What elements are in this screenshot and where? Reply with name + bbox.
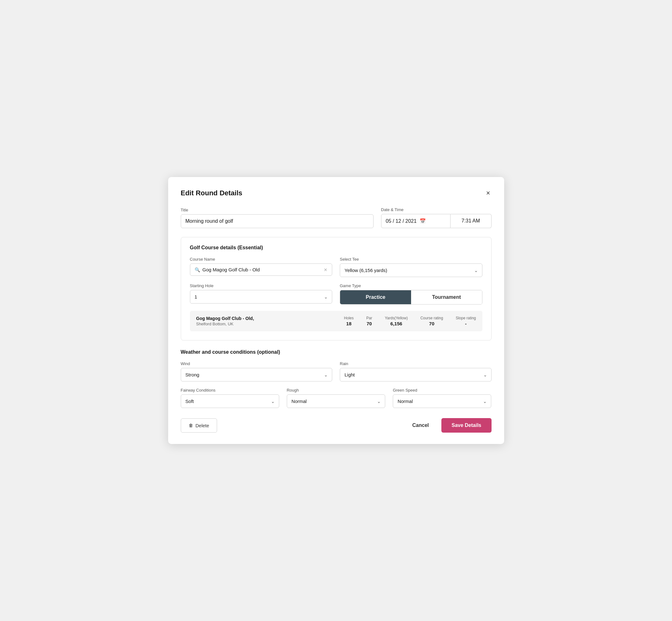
- course-name-group: Course Name 🔍 Gog Magog Golf Club - Old …: [190, 257, 333, 277]
- par-value: 70: [367, 321, 372, 326]
- holes-label: Holes: [344, 316, 354, 320]
- rain-dropdown[interactable]: NoneLightModerateHeavy: [340, 368, 492, 381]
- rain-group: Rain NoneLightModerateHeavy ⌄: [340, 361, 492, 381]
- delete-button[interactable]: 🗑 Delete: [181, 418, 217, 432]
- select-tee-label: Select Tee: [340, 257, 482, 261]
- yards-value: 6,156: [390, 321, 402, 326]
- select-tee-dropdown[interactable]: Yellow (6,156 yards) White Red Blue: [340, 263, 482, 277]
- datetime-field-group: Date & Time 05 / 12 / 2021 📅 7:31 AM: [381, 207, 492, 228]
- course-name-label: Course Name: [190, 257, 333, 261]
- modal-title: Edit Round Details: [181, 189, 243, 197]
- course-rating-label: Course rating: [420, 316, 443, 320]
- save-button[interactable]: Save Details: [442, 418, 491, 432]
- course-info-name-group: Gog Magog Golf Club - Old, Shelford Bott…: [196, 316, 332, 326]
- green-speed-dropdown[interactable]: SlowNormalFastVery Fast: [393, 395, 491, 408]
- trash-icon: 🗑: [189, 423, 193, 428]
- course-info-name: Gog Magog Golf Club - Old,: [196, 316, 332, 321]
- fairway-label: Fairway Conditions: [181, 388, 279, 392]
- search-icon: 🔍: [195, 267, 200, 272]
- date-input-box[interactable]: 05 / 12 / 2021 📅: [381, 214, 451, 228]
- datetime-row: 05 / 12 / 2021 📅 7:31 AM: [381, 214, 492, 228]
- delete-label: Delete: [196, 423, 209, 428]
- rough-wrap: ShortNormalLongVery Long ⌄: [287, 395, 385, 408]
- par-label: Par: [366, 316, 372, 320]
- wind-label: Wind: [181, 361, 333, 366]
- weather-section-title: Weather and course conditions (optional): [181, 349, 492, 355]
- game-type-label: Game Type: [340, 283, 482, 288]
- wind-rain-row: Wind CalmLightModerate StrongVery Strong…: [181, 361, 492, 381]
- rough-dropdown[interactable]: ShortNormalLongVery Long: [287, 395, 385, 408]
- game-type-toggle: Practice Tournament: [340, 290, 482, 304]
- starting-hole-wrap: 1234 5678 910 ⌄: [190, 290, 333, 303]
- course-name-value: Gog Magog Golf Club - Old: [203, 267, 322, 272]
- starting-hole-group: Starting Hole 1234 5678 910 ⌄: [190, 283, 333, 304]
- slope-rating-stat: Slope rating -: [456, 316, 476, 326]
- holes-value: 18: [346, 321, 351, 326]
- modal-header: Edit Round Details ×: [181, 189, 492, 198]
- course-name-tee-row: Course Name 🔍 Gog Magog Golf Club - Old …: [190, 257, 482, 277]
- clear-course-icon[interactable]: ✕: [324, 267, 328, 272]
- rain-wrap: NoneLightModerateHeavy ⌄: [340, 368, 492, 381]
- course-info-location: Shelford Bottom, UK: [196, 322, 332, 326]
- green-speed-wrap: SlowNormalFastVery Fast ⌄: [393, 395, 491, 408]
- green-speed-label: Green Speed: [393, 388, 491, 392]
- tournament-button[interactable]: Tournament: [411, 290, 482, 304]
- title-label: Title: [181, 208, 374, 212]
- golf-course-section: Golf Course details (Essential) Course N…: [181, 237, 492, 340]
- rain-label: Rain: [340, 361, 492, 366]
- top-row: Title Date & Time 05 / 12 / 2021 📅 7:31 …: [181, 207, 492, 228]
- wind-group: Wind CalmLightModerate StrongVery Strong…: [181, 361, 333, 381]
- footer-row: 🗑 Delete Cancel Save Details: [181, 418, 492, 432]
- title-input[interactable]: [181, 214, 374, 228]
- game-type-group: Game Type Practice Tournament: [340, 283, 482, 304]
- course-rating-value: 70: [429, 321, 434, 326]
- select-tee-wrap: Yellow (6,156 yards) White Red Blue ⌄: [340, 263, 482, 277]
- time-input-box[interactable]: 7:31 AM: [451, 214, 492, 228]
- time-value: 7:31 AM: [462, 218, 480, 223]
- green-speed-group: Green Speed SlowNormalFastVery Fast ⌄: [393, 388, 491, 408]
- course-rating-stat: Course rating 70: [420, 316, 443, 326]
- wind-dropdown[interactable]: CalmLightModerate StrongVery Strong: [181, 368, 333, 381]
- weather-section: Weather and course conditions (optional)…: [181, 349, 492, 408]
- course-name-input-wrap[interactable]: 🔍 Gog Magog Golf Club - Old ✕: [190, 263, 333, 276]
- par-stat: Par 70: [366, 316, 372, 326]
- golf-section-title: Golf Course details (Essential): [190, 245, 482, 251]
- close-button[interactable]: ×: [485, 189, 492, 198]
- rough-group: Rough ShortNormalLongVery Long ⌄: [287, 388, 385, 408]
- calendar-icon: 📅: [420, 218, 426, 224]
- rough-label: Rough: [287, 388, 385, 392]
- wind-wrap: CalmLightModerate StrongVery Strong ⌄: [181, 368, 333, 381]
- slope-rating-label: Slope rating: [456, 316, 476, 320]
- date-value: 05 / 12 / 2021: [386, 218, 417, 224]
- title-field-group: Title: [181, 208, 374, 228]
- slope-rating-value: -: [465, 321, 467, 326]
- yards-stat: Yards(Yellow) 6,156: [385, 316, 408, 326]
- datetime-label: Date & Time: [381, 207, 492, 212]
- starting-hole-gametype-row: Starting Hole 1234 5678 910 ⌄ Game Type …: [190, 283, 482, 304]
- cancel-button[interactable]: Cancel: [407, 418, 434, 432]
- yards-label: Yards(Yellow): [385, 316, 408, 320]
- practice-button[interactable]: Practice: [340, 290, 411, 304]
- select-tee-group: Select Tee Yellow (6,156 yards) White Re…: [340, 257, 482, 277]
- fairway-rough-green-row: Fairway Conditions DryNormalSoftWet ⌄ Ro…: [181, 388, 492, 408]
- footer-right: Cancel Save Details: [407, 418, 492, 432]
- fairway-dropdown[interactable]: DryNormalSoftWet: [181, 395, 279, 408]
- edit-round-modal: Edit Round Details × Title Date & Time 0…: [168, 177, 504, 444]
- holes-stat: Holes 18: [344, 316, 354, 326]
- starting-hole-dropdown[interactable]: 1234 5678 910: [190, 290, 333, 303]
- course-info-bar: Gog Magog Golf Club - Old, Shelford Bott…: [190, 311, 482, 331]
- fairway-wrap: DryNormalSoftWet ⌄: [181, 395, 279, 408]
- starting-hole-label: Starting Hole: [190, 283, 333, 288]
- fairway-group: Fairway Conditions DryNormalSoftWet ⌄: [181, 388, 279, 408]
